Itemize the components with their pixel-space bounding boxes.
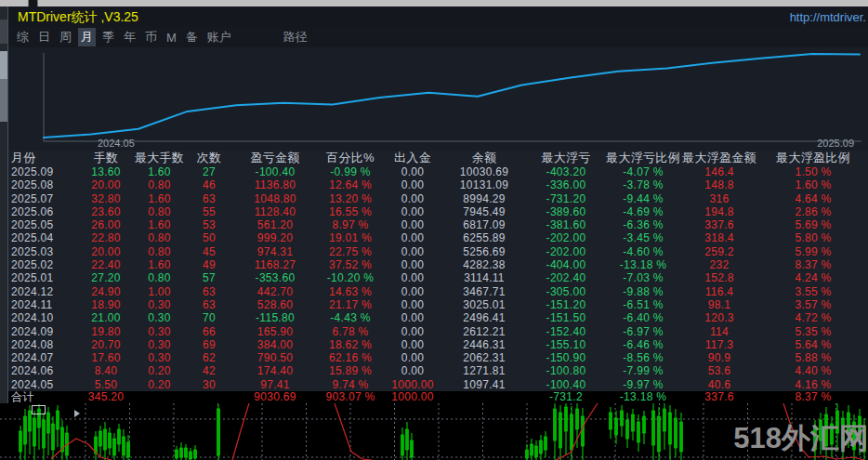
table-row[interactable]: 2024.1021.000.3070-115.80-4.43 %0.002496… <box>8 311 868 324</box>
table-cell: 63 <box>185 192 233 205</box>
table-row[interactable]: 2024.0717.600.3062790.5062.16 %0.002062.… <box>8 351 868 364</box>
panel-title-bar: MTDriver统计 ,V3.25 http://mtdriver. <box>8 7 868 27</box>
menu-item-9[interactable]: 备 <box>186 29 198 46</box>
table-cell: 337.6 <box>681 391 757 403</box>
table-cell: 8994.29 <box>441 192 527 205</box>
menu-item-1[interactable]: 综 <box>17 29 29 46</box>
table-cell: 6255.89 <box>441 231 527 244</box>
table-cell: 318.4 <box>681 231 757 244</box>
table-cell: 98.1 <box>681 298 757 311</box>
candle-body <box>123 437 125 455</box>
table-cell: -202.00 <box>527 231 605 244</box>
table-header-cell: 最大浮盈金额 <box>681 151 757 165</box>
table-cell: 8.97 % <box>317 218 384 231</box>
candle-body <box>571 414 573 450</box>
table-cell: 2.86 % <box>757 205 868 218</box>
table-cell: -4.69 % <box>605 205 681 218</box>
table-cell: 0.80 <box>134 231 185 244</box>
table-row[interactable]: 2025.0320.000.8045974.3122.75 %0.005256.… <box>8 245 868 258</box>
table-cell: 20.00 <box>78 245 134 258</box>
menu-item-2[interactable]: 日 <box>38 29 50 46</box>
table-row[interactable]: 2024.055.500.203097.419.74 %1000.001097.… <box>8 378 868 391</box>
candle-body <box>57 411 59 429</box>
menu-item-10[interactable]: 账户 <box>207 29 231 46</box>
table-cell: 4.16 % <box>757 378 868 391</box>
table-cell: -6.40 % <box>605 311 681 324</box>
candle-body <box>621 411 624 426</box>
table-cell: 0.00 <box>384 364 441 377</box>
table-row[interactable]: 2025.0913.601.6027-100.40-0.99 %0.001003… <box>8 165 868 178</box>
table-row[interactable]: 2025.0623.600.80551128.4016.55 %0.007945… <box>8 205 868 218</box>
table-row[interactable]: 2025.0127.200.8057-353.60-10.20 %0.00311… <box>8 271 868 284</box>
table-cell: 3.55 % <box>757 285 868 298</box>
table-cell: 30 <box>185 378 233 391</box>
candle-body <box>43 420 46 448</box>
table-cell: 146.4 <box>681 165 757 178</box>
table-cell: 2025.05 <box>8 218 78 231</box>
menu-item-3[interactable]: 周 <box>59 29 72 46</box>
menu-item-path[interactable]: 路径 <box>283 29 308 46</box>
table-row[interactable]: 2024.0919.800.3066165.906.78 %0.002612.2… <box>8 325 868 338</box>
table-cell: 63 <box>185 285 233 298</box>
table-row[interactable]: 2025.0732.801.60631048.8013.20 %0.008994… <box>8 192 868 205</box>
table-cell: -731.2 <box>527 391 605 403</box>
indicator-line <box>335 403 372 460</box>
menu-item-5[interactable]: 季 <box>102 29 114 46</box>
table-cell: 14.63 % <box>317 285 384 298</box>
table-row[interactable]: 2024.1224.901.0063442.7014.63 %0.003467.… <box>8 285 868 298</box>
screen: MTDriver统计 ,V3.25 http://mtdriver. 综日周月季… <box>0 0 868 460</box>
table-cell: 26.00 <box>78 218 134 231</box>
menu-item-6[interactable]: 年 <box>124 29 136 46</box>
table-row[interactable]: 2025.0222.401.60491168.2737.52 %0.004282… <box>8 258 868 271</box>
table-cell: -4.43 % <box>317 311 384 324</box>
candle-body <box>109 433 112 448</box>
table-row[interactable]: 2024.068.400.2042174.4015.89 %0.001271.8… <box>8 364 868 377</box>
table-cell: -13.18 % <box>605 258 681 271</box>
table-cell: 0.00 <box>384 258 441 271</box>
table-cell: 2612.21 <box>441 325 527 338</box>
table-cell: -100.40 <box>233 165 317 178</box>
table-row[interactable]: 2024.0820.700.3069384.0018.62 %0.002446.… <box>8 338 868 351</box>
table-cell: 8.37 % <box>757 391 868 403</box>
table-cell: 40.6 <box>681 378 757 391</box>
candle-body <box>582 416 585 446</box>
table-cell: 3114.11 <box>441 271 527 284</box>
table-cell: 12.64 % <box>317 178 384 191</box>
table-cell: 18.90 <box>78 298 134 311</box>
table-cell: 1136.80 <box>233 178 317 191</box>
table-cell: 22.75 % <box>317 245 384 258</box>
candle-body <box>554 409 557 440</box>
table-cell: 8.37 % <box>757 258 868 271</box>
table-cell: -6.46 % <box>605 338 681 351</box>
candle-body <box>643 416 646 433</box>
window-left-edge <box>0 7 7 403</box>
table-row[interactable]: 2024.1118.900.3063528.6021.17 %0.003025.… <box>8 298 868 311</box>
table-cell: 259.2 <box>681 245 757 258</box>
table-row[interactable]: 2025.0526.001.6053561.208.97 %0.006817.0… <box>8 218 868 231</box>
candle-body <box>540 440 543 453</box>
table-cell: -6.51 % <box>605 298 681 311</box>
candle-body <box>190 452 192 459</box>
menu-item-4[interactable]: 月 <box>78 28 96 46</box>
menu-item-7[interactable]: 币 <box>145 29 157 46</box>
table-cell: 5.80 % <box>757 231 868 244</box>
table-row[interactable]: 2025.0820.000.80461136.8012.64 %0.001013… <box>8 178 868 191</box>
table-cell: 62.16 % <box>317 351 384 364</box>
table-cell: -151.20 <box>527 298 605 311</box>
chart-shift-icon[interactable] <box>32 405 46 414</box>
panel-url-link[interactable]: http://mtdriver. <box>790 10 866 24</box>
table-cell: -155.10 <box>527 338 605 351</box>
table-cell: 2024.12 <box>8 285 78 298</box>
table-row[interactable]: 2025.0422.800.8050999.2019.01 %0.006255.… <box>8 231 868 244</box>
table-cell: -404.00 <box>527 258 605 271</box>
table-cell: 2024.11 <box>8 298 78 311</box>
indicator-line <box>232 403 249 460</box>
table-cell: 0.00 <box>384 351 441 364</box>
table-cell: 22.80 <box>78 231 134 244</box>
table-header-cell: 出入金 <box>384 151 441 165</box>
menu-bar: 综日周月季年币M备账户路径 <box>8 27 868 47</box>
table-cell: 27.20 <box>78 271 134 284</box>
menu-item-8[interactable]: M <box>166 31 177 45</box>
x-axis-end-label: 2025.09 <box>817 138 854 149</box>
table-cell: 8.40 <box>78 364 134 377</box>
